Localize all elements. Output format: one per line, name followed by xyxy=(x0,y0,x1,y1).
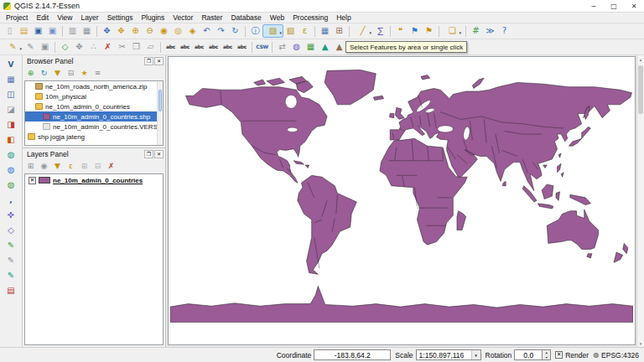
add-feature-icon[interactable]: ◇ xyxy=(58,40,72,54)
new-shapefile-layer-icon[interactable]: ✎ xyxy=(4,239,18,252)
label-highlight-icon[interactable]: abc xyxy=(192,40,206,54)
menu-item[interactable]: Raster xyxy=(197,13,226,22)
add-group-icon[interactable]: ⊞ xyxy=(24,161,37,173)
pan-map-icon[interactable]: ✥ xyxy=(100,24,114,38)
toolbar-button[interactable] xyxy=(387,24,393,38)
help-icon[interactable]: ? xyxy=(497,24,512,38)
zoom-full-icon[interactable]: ◉ xyxy=(157,24,171,38)
toolbar-button[interactable] xyxy=(312,24,318,38)
browser-item[interactable]: ne_10m_roads_north_america.zip xyxy=(25,81,163,91)
add-mssql-layer-icon[interactable]: ◨ xyxy=(4,118,18,132)
add-postgis-layer-icon[interactable]: ◫ xyxy=(4,88,18,101)
crs-status-button[interactable]: ◍ EPSG:4326 xyxy=(593,351,639,359)
grass-tools-icon[interactable]: # xyxy=(469,24,483,38)
map-vertical-scrollbar[interactable]: ▴ ▾ xyxy=(636,55,644,347)
zoom-to-selection-icon[interactable]: ◎ xyxy=(171,24,185,38)
float-panel-icon[interactable]: ❐ xyxy=(144,150,153,158)
float-panel-icon[interactable]: ❐ xyxy=(144,57,153,65)
copy-features-icon[interactable]: ❐ xyxy=(129,40,143,54)
new-project-icon[interactable]: ▯ xyxy=(3,24,17,38)
label-pin-icon[interactable]: abc xyxy=(178,40,192,54)
menu-item[interactable]: Vector xyxy=(169,13,197,22)
filter-by-expression-icon[interactable]: ε xyxy=(65,161,77,173)
map-tips-icon[interactable]: ❝ xyxy=(393,24,408,38)
label-rotate-icon[interactable]: abc xyxy=(221,40,235,54)
layer-item[interactable]: ✕ ne_10m_admin_0_countries xyxy=(25,174,163,185)
field-calculator-icon[interactable]: ⊞ xyxy=(332,24,346,38)
node-tool-icon[interactable]: ∴ xyxy=(86,40,101,54)
text-annotation-icon[interactable]: ❏ xyxy=(442,24,463,38)
add-virtual-layer-icon[interactable]: ◇ xyxy=(4,224,18,237)
select-by-expression-icon[interactable]: ε xyxy=(298,24,312,38)
select-features-icon[interactable]: ▨ xyxy=(262,24,283,38)
zoom-to-layer-icon[interactable]: ◈ xyxy=(185,24,200,38)
refresh-browser-icon[interactable]: ↻ xyxy=(38,68,50,80)
identify-features-icon[interactable]: ⓘ xyxy=(248,24,262,38)
browser-item[interactable]: ne_10m_admin_0_countries.shp xyxy=(25,111,163,122)
statistical-summary-icon[interactable]: ∑ xyxy=(373,24,387,38)
composer-manager-icon[interactable]: ▦ xyxy=(80,24,94,38)
scrollbar-thumb[interactable] xyxy=(158,90,162,111)
add-wms-layer-icon[interactable]: ◍ xyxy=(4,148,18,162)
add-oracle-georaster-icon[interactable]: ▤ xyxy=(4,284,18,297)
python-console-icon[interactable]: ≫ xyxy=(483,24,497,38)
toolbar-button[interactable] xyxy=(436,24,442,38)
menu-item[interactable]: Web xyxy=(266,13,288,22)
add-wfs-layer-icon[interactable]: ◍ xyxy=(4,178,18,192)
delete-selected-icon[interactable]: ✗ xyxy=(101,40,115,54)
add-wcs-layer-icon[interactable]: ◍ xyxy=(4,163,18,177)
current-edits-icon[interactable]: ✎ xyxy=(3,40,23,54)
zoom-out-icon[interactable]: ⊖ xyxy=(143,24,157,38)
toolbar-button[interactable] xyxy=(346,24,352,38)
toolbar-button[interactable] xyxy=(60,24,65,38)
spin-down-icon[interactable]: ▾ xyxy=(543,355,550,360)
layer-checkbox[interactable]: ✕ xyxy=(29,177,36,184)
paste-features-icon[interactable]: ▱ xyxy=(143,40,158,54)
refresh-map-icon[interactable]: ↻ xyxy=(228,24,242,38)
browser-item[interactable]: ne_10m_admin_0_countries xyxy=(25,101,163,111)
filter-legend-icon[interactable]: ▼ xyxy=(51,161,64,173)
toolbar-button[interactable] xyxy=(158,40,164,54)
menu-item[interactable]: Plugins xyxy=(137,13,169,22)
toolbar-button[interactable] xyxy=(242,24,248,38)
scroll-down-icon[interactable]: ▾ xyxy=(637,339,644,347)
menu-item[interactable]: Layer xyxy=(76,13,102,22)
menu-item[interactable]: Processing xyxy=(288,13,332,22)
spatial-query-icon[interactable]: ◍ xyxy=(289,40,304,54)
minimize-button[interactable]: ─ xyxy=(584,0,604,12)
browser-scrollbar[interactable] xyxy=(157,81,163,145)
pan-to-selection-icon[interactable]: ✥ xyxy=(114,24,128,38)
menu-item[interactable]: Help xyxy=(332,13,355,22)
collapse-all-icon[interactable]: ⊟ xyxy=(65,68,77,80)
zoom-in-icon[interactable]: ⊕ xyxy=(128,24,143,38)
label-properties-icon[interactable]: abc xyxy=(235,40,249,54)
chevron-down-icon[interactable]: ▾ xyxy=(471,350,480,359)
toolbar-button[interactable] xyxy=(269,40,275,54)
topology-checker-icon[interactable]: ▦ xyxy=(304,40,318,54)
menu-item[interactable]: Project xyxy=(2,13,32,22)
menu-item[interactable]: Edit xyxy=(32,13,53,22)
expand-all-icon[interactable]: ⊞ xyxy=(78,161,91,173)
new-spatialite-layer-icon[interactable]: ✎ xyxy=(4,254,18,267)
toolbar-button[interactable] xyxy=(249,40,255,54)
browser-item[interactable]: shp jogja jateng xyxy=(25,132,163,142)
add-delimited-text-layer-icon[interactable]: , xyxy=(4,194,18,207)
metasearch-csw-icon[interactable]: CSW xyxy=(255,40,269,54)
zoom-last-icon[interactable]: ↶ xyxy=(200,24,214,38)
toolbar-button[interactable] xyxy=(94,24,100,38)
move-feature-icon[interactable]: ✥ xyxy=(72,40,86,54)
layer-visibility-icon[interactable]: ◉ xyxy=(38,161,50,173)
menu-item[interactable]: Settings xyxy=(103,13,138,22)
new-composer-icon[interactable]: ▥ xyxy=(65,24,80,38)
road-graph-icon[interactable]: ⇄ xyxy=(275,40,289,54)
render-checkbox[interactable]: ✕ xyxy=(555,351,563,359)
scale-combobox[interactable]: 1:150,897,116 ▾ xyxy=(416,349,481,360)
label-move-icon[interactable]: abc xyxy=(206,40,221,54)
rotation-spinner[interactable]: ▴ ▾ xyxy=(543,349,551,360)
toolbar-button[interactable] xyxy=(52,40,58,54)
coordinate-input[interactable] xyxy=(314,349,391,360)
add-spatialite-layer-icon[interactable]: ◪ xyxy=(4,103,18,116)
add-oracle-layer-icon[interactable]: ◧ xyxy=(4,133,18,147)
scrollbar-thumb[interactable] xyxy=(638,65,643,114)
interpolation-icon[interactable]: ▲ xyxy=(318,40,332,54)
